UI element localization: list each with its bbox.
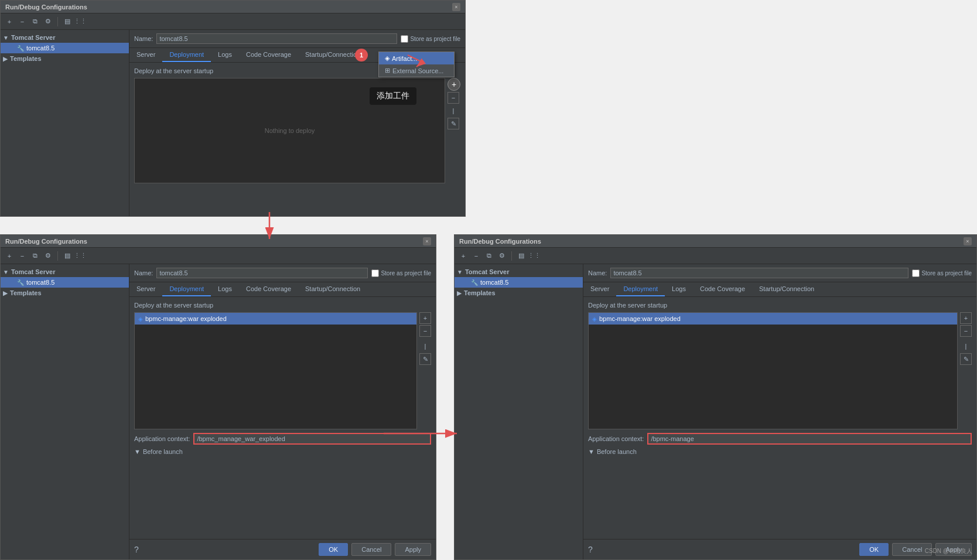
help-icon-bl[interactable]: ? bbox=[134, 545, 139, 554]
deploy-edit-btn-top[interactable]: ✎ bbox=[447, 118, 459, 129]
deploy-remove-btn-br[interactable]: − bbox=[960, 325, 972, 337]
deploy-area-bl: ◈ bpmc-manage:war exploded + − | ✎ bbox=[134, 312, 431, 429]
deploy-add-btn-br[interactable]: + bbox=[960, 312, 972, 324]
sidebar-item-tomcat85-br[interactable]: 🔧 tomcat8.5 bbox=[455, 277, 583, 288]
sidebar-templates-label-bl: Templates bbox=[10, 289, 42, 296]
deploy-side-btns-bl: + − | ✎ bbox=[419, 312, 431, 429]
title-top: Run/Debug Configurations bbox=[5, 4, 87, 11]
deploy-list-container-br: ◈ bpmc-manage:war exploded bbox=[588, 312, 958, 429]
tab-deployment-bl[interactable]: Deployment bbox=[162, 282, 211, 296]
tab-code-coverage-top[interactable]: Code Coverage bbox=[239, 48, 298, 62]
remove-btn[interactable]: − bbox=[17, 16, 28, 27]
sort-btn-bl[interactable]: ⋮⋮ bbox=[75, 251, 86, 261]
sidebar-item-templates-br[interactable]: ▶ Templates bbox=[455, 288, 583, 298]
sidebar-item-tomcat85-bl[interactable]: 🔧 tomcat8.5 bbox=[1, 277, 129, 288]
tab-startup-br[interactable]: Startup/Connection bbox=[752, 282, 821, 296]
tab-deployment-top[interactable]: Deployment bbox=[162, 48, 211, 62]
deploy-remove-btn-bl[interactable]: − bbox=[419, 325, 431, 337]
deploy-add-btn-top[interactable]: + bbox=[447, 78, 460, 91]
before-launch-header-br[interactable]: ▼ Before launch bbox=[588, 448, 972, 455]
copy-btn-bl[interactable]: ⧉ bbox=[30, 251, 40, 261]
content-br: Deploy at the server startup ◈ bpmc-mana… bbox=[583, 297, 976, 539]
deploy-edit-btn-br[interactable]: ✎ bbox=[960, 353, 972, 365]
group-btn-bl[interactable]: ▤ bbox=[62, 251, 73, 261]
deploy-side-btns-br: + − | ✎ bbox=[960, 312, 972, 429]
sidebar-item-tomcat-br[interactable]: ▼ Tomcat Server bbox=[455, 267, 583, 277]
close-btn-top[interactable]: × bbox=[452, 3, 460, 11]
add-btn[interactable]: + bbox=[4, 16, 15, 27]
deploy-add-btn-bl[interactable]: + bbox=[419, 312, 431, 324]
tab-server-br[interactable]: Server bbox=[583, 282, 616, 296]
ok-btn-bl[interactable]: OK bbox=[319, 543, 348, 556]
tab-code-coverage-br[interactable]: Code Coverage bbox=[693, 282, 752, 296]
app-context-input-bl[interactable] bbox=[193, 433, 431, 445]
deploy-label-br: Deploy at the server startup bbox=[588, 302, 972, 309]
settings-btn-br[interactable]: ⚙ bbox=[497, 251, 507, 261]
toolbar-sep-bl bbox=[57, 251, 58, 261]
group-btn[interactable]: ▤ bbox=[62, 16, 73, 27]
store-checkbox-br[interactable]: Store as project file bbox=[912, 269, 972, 277]
tab-server-bl[interactable]: Server bbox=[129, 282, 162, 296]
copy-btn[interactable]: ⧉ bbox=[30, 16, 40, 27]
deploy-sep-btn-bl: | bbox=[419, 340, 431, 352]
tab-code-coverage-bl[interactable]: Code Coverage bbox=[239, 282, 298, 296]
before-launch-label-br: Before launch bbox=[597, 448, 637, 455]
store-checkbox-top[interactable]: Store as project file bbox=[401, 35, 460, 43]
before-launch-bl: ▼ Before launch bbox=[134, 448, 431, 455]
tab-server-top[interactable]: Server bbox=[129, 48, 162, 62]
app-context-label-br: Application context: bbox=[588, 435, 644, 442]
settings-btn[interactable]: ⚙ bbox=[43, 16, 53, 27]
store-checkbox-input-br[interactable] bbox=[912, 269, 920, 277]
tab-logs-bl[interactable]: Logs bbox=[211, 282, 239, 296]
deploy-edit-btn-bl[interactable]: ✎ bbox=[419, 353, 431, 365]
dropdown-artifact[interactable]: ◈ Artifact... bbox=[379, 52, 454, 64]
tab-startup-bl[interactable]: Startup/Connection bbox=[298, 282, 367, 296]
tab-logs-br[interactable]: Logs bbox=[665, 282, 693, 296]
deploy-item-label-br: bpmc-manage:war exploded bbox=[599, 315, 681, 322]
title-bl: Run/Debug Configurations bbox=[5, 238, 87, 245]
group-btn-br[interactable]: ▤ bbox=[516, 251, 527, 261]
add-btn-bl[interactable]: + bbox=[4, 251, 15, 261]
sort-btn-br[interactable]: ⋮⋮ bbox=[529, 251, 539, 261]
cancel-btn-bl[interactable]: Cancel bbox=[351, 543, 391, 556]
apply-btn-bl[interactable]: Apply bbox=[395, 543, 431, 556]
tab-logs-top[interactable]: Logs bbox=[211, 48, 239, 62]
tab-deployment-br[interactable]: Deployment bbox=[616, 282, 665, 296]
artifact-icon-bl: ◈ bbox=[138, 316, 143, 322]
sidebar-item-tomcat85[interactable]: 🔧 tomcat8.5 bbox=[1, 43, 129, 53]
deploy-area-br: ◈ bpmc-manage:war exploded + − | ✎ bbox=[588, 312, 972, 429]
ok-btn-br[interactable]: OK bbox=[859, 543, 889, 556]
deploy-remove-btn-top[interactable]: − bbox=[447, 92, 459, 104]
store-checkbox-input[interactable] bbox=[401, 35, 408, 43]
chevron-down-icon-bl: ▼ bbox=[3, 269, 9, 275]
dropdown-external[interactable]: ⊞ External Source... bbox=[379, 64, 454, 77]
sidebar-item-templates[interactable]: ▶ Templates bbox=[1, 53, 129, 64]
close-icon-bl: × bbox=[425, 238, 428, 244]
sidebar-item-templates-bl[interactable]: ▶ Templates bbox=[1, 288, 129, 298]
toolbar-top: + − ⧉ ⚙ ▤ ⋮⋮ bbox=[1, 13, 465, 30]
app-context-input-br[interactable] bbox=[647, 433, 972, 445]
close-btn-br[interactable]: × bbox=[964, 237, 972, 245]
sidebar-item-tomcat-server[interactable]: ▼ Tomcat Server bbox=[1, 32, 129, 43]
before-launch-header-bl[interactable]: ▼ Before launch bbox=[134, 448, 431, 455]
settings-btn-bl[interactable]: ⚙ bbox=[43, 251, 53, 261]
name-input-br[interactable] bbox=[610, 268, 908, 278]
toolbar-bl: + − ⧉ ⚙ ▤ ⋮⋮ bbox=[1, 248, 436, 264]
chevron-down-icon: ▼ bbox=[3, 35, 9, 41]
copy-btn-br[interactable]: ⧉ bbox=[484, 251, 494, 261]
store-checkbox-input-bl[interactable] bbox=[371, 269, 379, 277]
sort-btn[interactable]: ⋮⋮ bbox=[75, 16, 86, 27]
deploy-item-bl[interactable]: ◈ bpmc-manage:war exploded bbox=[135, 313, 416, 325]
name-input-top[interactable] bbox=[156, 33, 397, 44]
ide-window-bottom-left: Run/Debug Configurations × + − ⧉ ⚙ ▤ ⋮⋮ … bbox=[1, 235, 436, 559]
name-input-bl[interactable] bbox=[156, 268, 368, 278]
close-btn-bl[interactable]: × bbox=[423, 237, 431, 245]
help-icon-br[interactable]: ? bbox=[588, 545, 593, 554]
deploy-item-br[interactable]: ◈ bpmc-manage:war exploded bbox=[589, 313, 957, 325]
deploy-sep-btn-br: | bbox=[960, 340, 972, 352]
store-checkbox-bl[interactable]: Store as project file bbox=[371, 269, 431, 277]
remove-btn-br[interactable]: − bbox=[471, 251, 481, 261]
sidebar-item-tomcat-bl[interactable]: ▼ Tomcat Server bbox=[1, 267, 129, 277]
remove-btn-bl[interactable]: − bbox=[17, 251, 28, 261]
add-btn-br[interactable]: + bbox=[458, 251, 469, 261]
